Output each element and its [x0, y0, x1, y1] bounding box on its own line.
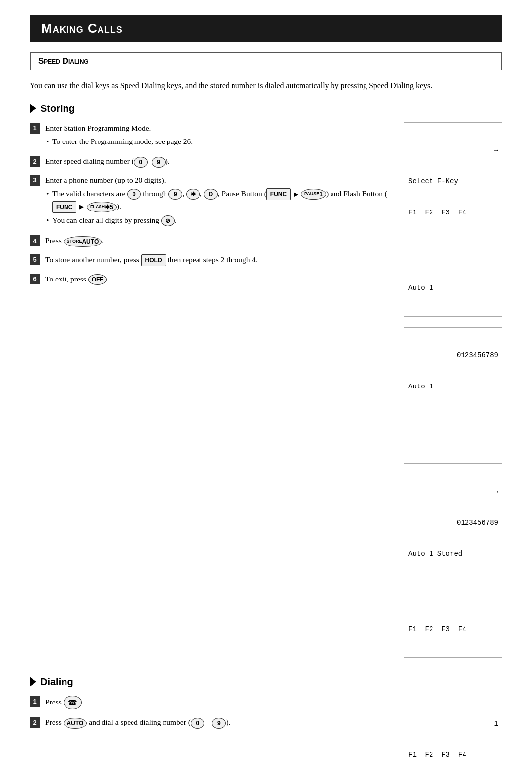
step-4-content: Press STOREAUTO. [45, 235, 104, 246]
key-auto: STOREAUTO [64, 236, 102, 247]
step-1-content: Enter Station Programming Mode. To enter… [45, 122, 193, 149]
step-6: 6 To exit, press OFF. [30, 273, 394, 285]
display-4: → 0123456789 Auto 1 Stored [404, 463, 502, 582]
key-0c: 0 [191, 718, 204, 729]
step-2-num: 2 [30, 156, 40, 167]
key-auto2: AUTO [64, 718, 87, 729]
display-1: → Select F-Key F1 F2 F3 F4 [404, 122, 502, 241]
key-handset: ☎ [64, 696, 82, 710]
step-5-content: To store another number, press HOLD then… [45, 254, 258, 266]
dialing-steps-area: 1 Press ☎. 2 Press AUTO and dial a speed… [30, 696, 502, 774]
dialing-display-1: 1 F1 F2 F3 F4 [404, 696, 502, 774]
dialing-step-1-content: Press ☎. [45, 696, 83, 710]
key-func2: FUNC [52, 201, 76, 213]
step-4: 4 Press STOREAUTO. [30, 235, 394, 246]
step-5: 5 To store another number, press HOLD th… [30, 254, 394, 266]
page-title: Making Calls [41, 21, 491, 36]
display-2: Auto 1 [404, 260, 502, 317]
dialing-displays-right: 1 F1 F2 F3 F4 0123456789 F1 F2 F3 F4 [404, 696, 502, 774]
dialing-step-1: 1 Press ☎. [30, 696, 394, 710]
key-0b: 0 [127, 189, 141, 200]
key-d: D [204, 189, 218, 200]
storing-subtitle: Storing [30, 103, 502, 114]
key-9: 9 [152, 157, 166, 168]
triangle-icon-2 [30, 677, 36, 687]
dialing-step-2-content: Press AUTO and dial a speed dialing numb… [45, 716, 230, 728]
page-header: Making Calls [30, 15, 502, 42]
step-6-content: To exit, press OFF. [45, 273, 109, 285]
dialing-section: Dialing 1 Press ☎. 2 Press AUTO and dial… [30, 676, 502, 774]
triangle-icon [30, 104, 36, 113]
dialing-step-2-num: 2 [30, 717, 40, 728]
key-func1: FUNC [266, 188, 291, 200]
key-9c: 9 [212, 718, 226, 729]
dialing-steps-left: 1 Press ☎. 2 Press AUTO and dial a speed… [30, 696, 394, 774]
section-title: Speed Dialing [38, 56, 494, 66]
storing-displays-right: → Select F-Key F1 F2 F3 F4 Auto 1 012345… [404, 122, 502, 662]
key-5: FLASH✻5 [87, 202, 117, 212]
step-4-num: 4 [30, 235, 40, 246]
storing-steps-left: 1 Enter Station Programming Mode. To ent… [30, 122, 394, 662]
dialing-step-1-num: 1 [30, 696, 40, 707]
key-1: PAUSE1 [301, 189, 326, 200]
step-2: 2 Enter speed dialing number (0–9). [30, 155, 394, 167]
step-3: 3 Enter a phone number (up to 20 digits)… [30, 175, 394, 228]
dialing-subtitle: Dialing [30, 676, 502, 688]
key-0: 0 [134, 157, 148, 168]
step-1: 1 Enter Station Programming Mode. To ent… [30, 122, 394, 149]
step-1-num: 1 [30, 123, 40, 134]
key-star: ✱ [186, 189, 200, 200]
step-3-bullet-1: The valid characters are 0 through 9, ✱,… [45, 188, 394, 213]
step-3-bullet-2: You can clear all digits by pressing ⊘. [45, 214, 394, 226]
step-3-content: Enter a phone number (up to 20 digits). … [45, 175, 394, 228]
step-3-num: 3 [30, 175, 40, 186]
step-5-num: 5 [30, 254, 40, 265]
key-off: OFF [88, 274, 107, 285]
intro-paragraph: You can use the dial keys as Speed Diali… [30, 79, 502, 92]
key-9b: 9 [168, 189, 182, 200]
step-2-content: Enter speed dialing number (0–9). [45, 155, 170, 167]
key-clr: ⊘ [161, 215, 175, 226]
step-6-num: 6 [30, 274, 40, 284]
key-hold: HOLD [141, 254, 166, 266]
display-3: 0123456789 Auto 1 [404, 327, 502, 415]
step-1-bullet-1: To enter the Programming mode, see page … [45, 136, 193, 147]
storing-steps-area: 1 Enter Station Programming Mode. To ent… [30, 122, 502, 662]
dialing-step-2: 2 Press AUTO and dial a speed dialing nu… [30, 716, 394, 728]
section-header-box: Speed Dialing [30, 52, 502, 70]
display-5: F1 F2 F3 F4 [404, 601, 502, 658]
